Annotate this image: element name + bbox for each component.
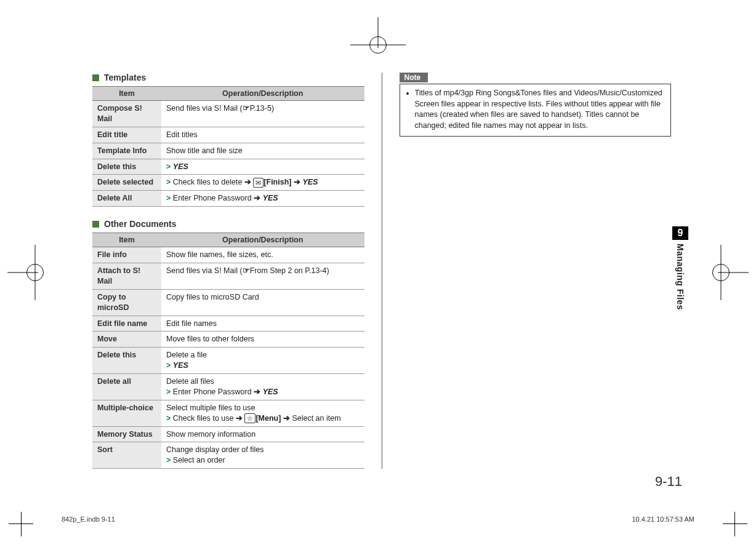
section-title: Other Documents [104, 219, 176, 229]
chevron-icon: > [166, 162, 171, 171]
row-label: File info [92, 247, 161, 263]
table-row: Template Info Show title and file size [92, 143, 364, 159]
row-desc: Delete all files > Enter Phone Password … [161, 374, 364, 400]
row-desc: Copy files to microSD Card [161, 289, 364, 316]
table-row: Compose S! Mail Send files via S! Mail (… [92, 101, 364, 127]
row-desc: > Check files to delete ➔ ✉[Finish] ➔ YE… [161, 175, 364, 191]
table-row: Delete this > YES [92, 159, 364, 175]
col-header-item: Item [92, 87, 161, 101]
chapter-title: Managing Files [675, 244, 685, 310]
footer-left: 842p_E.indb 9-11 [62, 515, 115, 523]
table-row: Edit file name Edit file names [92, 316, 364, 332]
row-desc: Delete a file > YES [161, 348, 364, 374]
row-label: Multiple-choice [92, 400, 161, 426]
row-desc: > Enter Phone Password ➔ YES [161, 191, 364, 207]
chevron-icon: > [166, 456, 171, 464]
col-header-desc: Operation/Description [161, 87, 364, 101]
crop-mark-top [350, 17, 406, 73]
row-label: Template Info [92, 143, 161, 159]
table-row: Move Move files to other folders [92, 332, 364, 348]
row-desc: Send files via S! Mail (☞P.13-5) [161, 101, 364, 127]
row-desc: Show memory information [161, 426, 364, 442]
chapter-number: 9 [672, 226, 688, 240]
section-title: Templates [104, 73, 146, 82]
arrow-icon: ➔ [254, 194, 260, 202]
column-divider [382, 73, 382, 469]
row-label: Delete this [92, 348, 161, 374]
arrow-icon: ➔ [244, 178, 251, 186]
table-row: Delete this Delete a file > YES [92, 348, 364, 374]
menu-key-icon: ☆ [244, 413, 255, 423]
arrow-icon: ➔ [283, 414, 290, 423]
chevron-icon: > [166, 388, 171, 396]
table-row: File info Show file names, file sizes, e… [92, 247, 364, 263]
row-label: Delete All [92, 191, 161, 207]
table-row: Multiple-choice Select multiple files to… [92, 400, 364, 426]
row-label: Delete this [92, 159, 161, 175]
table-row: Edit title Edit titles [92, 127, 364, 143]
row-desc: Show title and file size [161, 143, 364, 159]
table-row: Copy to microSD Copy files to microSD Ca… [92, 289, 364, 316]
templates-table: Item Operation/Description Compose S! Ma… [92, 86, 364, 207]
chevron-icon: > [166, 194, 171, 202]
right-column: Note Titles of mp4/3gp Ring Songs&Tones … [400, 73, 672, 469]
arrow-icon: ➔ [294, 178, 300, 186]
note-block: Note Titles of mp4/3gp Ring Songs&Tones … [400, 73, 672, 137]
chapter-tab: 9 Managing Files [672, 226, 688, 310]
crop-mark-bottom-left [9, 499, 46, 536]
square-bullet-icon [92, 74, 99, 81]
chevron-icon: > [166, 361, 171, 370]
table-row: Attach to S! Mail Send files via S! Mail… [92, 263, 364, 290]
row-label: Delete selected [92, 175, 161, 191]
row-label: Copy to microSD [92, 289, 161, 316]
crop-mark-left [7, 245, 63, 300]
row-label: Compose S! Mail [92, 101, 161, 127]
hand-icon: ☞ [243, 103, 250, 114]
row-label: Sort [92, 442, 161, 469]
row-desc: Select multiple files to use > Check fil… [161, 400, 364, 426]
crop-mark-right [693, 245, 749, 300]
table-row: Delete All > Enter Phone Password ➔ YES [92, 191, 364, 207]
other-documents-table: Item Operation/Description File info Sho… [92, 233, 364, 469]
footer: 842p_E.indb 9-11 10.4.21 10:57:53 AM [62, 515, 694, 523]
row-label: Edit file name [92, 316, 161, 332]
col-header-item: Item [92, 233, 161, 247]
section-heading-other: Other Documents [92, 219, 364, 229]
chevron-icon: > [166, 178, 171, 186]
page-number: 9-11 [655, 474, 682, 490]
crop-mark-bottom-right [710, 499, 747, 536]
row-label: Delete all [92, 374, 161, 400]
row-desc: Show file names, file sizes, etc. [161, 247, 364, 263]
row-desc: Send files via S! Mail (☞From Step 2 on … [161, 263, 364, 290]
chevron-icon: > [166, 414, 171, 423]
row-desc: Move files to other folders [161, 332, 364, 348]
hand-icon: ☞ [243, 266, 250, 276]
row-label: Move [92, 332, 161, 348]
row-label: Memory Status [92, 426, 161, 442]
page: Templates Item Operation/Description Com… [0, 0, 756, 545]
col-header-desc: Operation/Description [161, 233, 364, 247]
row-desc: Edit file names [161, 316, 364, 332]
note-box: Titles of mp4/3gp Ring Songs&Tones files… [400, 84, 672, 137]
note-text: Titles of mp4/3gp Ring Songs&Tones files… [415, 88, 665, 131]
arrow-icon: ➔ [254, 388, 260, 396]
left-column: Templates Item Operation/Description Com… [92, 73, 364, 469]
footer-right: 10.4.21 10:57:53 AM [632, 515, 694, 523]
row-label: Edit title [92, 127, 161, 143]
table-row: Sort Change display order of files > Sel… [92, 442, 364, 469]
table-row: Memory Status Show memory information [92, 426, 364, 442]
table-row: Delete all Delete all files > Enter Phon… [92, 374, 364, 400]
section-heading-templates: Templates [92, 73, 364, 82]
row-desc: > YES [161, 159, 364, 175]
note-label: Note [400, 73, 428, 82]
row-desc: Change display order of files > Select a… [161, 442, 364, 469]
row-desc: Edit titles [161, 127, 364, 143]
table-row: Delete selected > Check files to delete … [92, 175, 364, 191]
mail-key-icon: ✉ [253, 178, 263, 188]
arrow-icon: ➔ [236, 414, 243, 423]
content-columns: Templates Item Operation/Description Com… [92, 73, 671, 469]
row-label: Attach to S! Mail [92, 263, 161, 290]
square-bullet-icon [92, 221, 99, 228]
